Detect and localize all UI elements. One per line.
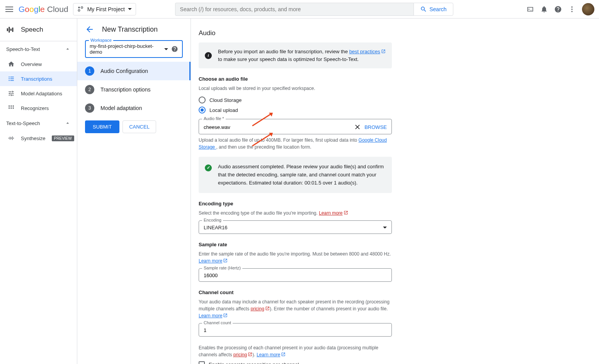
learn-more-link[interactable]: Learn more <box>199 258 228 264</box>
step-label: Transcription options <box>100 86 150 93</box>
home-icon <box>8 61 15 68</box>
product-title: Speech <box>21 26 43 34</box>
step-model-adaptation[interactable]: 3 Model adaptation <box>77 99 191 117</box>
audio-heading: Audio <box>199 29 392 37</box>
stepper-column: New Transcription Workspace my-first-pro… <box>77 19 191 364</box>
encoding-select[interactable]: Encoding LINEAR16 <box>199 220 392 234</box>
sample-rate-input[interactable] <box>204 273 387 278</box>
svg-rect-9 <box>12 28 14 32</box>
search-button-label: Search <box>429 6 446 12</box>
menu-icon[interactable] <box>5 5 14 14</box>
svg-point-5 <box>571 11 572 12</box>
browse-button[interactable]: BROWSE <box>364 124 387 130</box>
pricing-link[interactable]: pricing <box>233 352 252 357</box>
svg-rect-15 <box>13 108 14 109</box>
main-container: Speech Speech-to-Text Overview Transcrip… <box>0 19 599 364</box>
project-selector[interactable]: My First Project <box>73 3 136 15</box>
submit-button[interactable]: SUBMIT <box>85 120 119 133</box>
help-icon[interactable] <box>171 46 178 52</box>
best-practices-link[interactable]: best practices <box>349 49 386 54</box>
svg-rect-19 <box>12 137 13 140</box>
svg-rect-7 <box>9 27 10 33</box>
google-cloud-logo[interactable]: Google Cloud <box>19 5 68 14</box>
speech-icon <box>6 25 15 34</box>
cancel-button[interactable]: CANCEL <box>123 120 156 133</box>
sample-heading: Sample rate <box>199 242 392 247</box>
assessment-banner: Audio assessment completed. Please revie… <box>199 157 392 193</box>
checkbox-icon <box>199 361 205 364</box>
radio-label: Local upload <box>209 107 238 113</box>
section-label: Speech-to-Text <box>6 46 40 52</box>
header-icons <box>526 3 594 15</box>
encoding-block: Encoding type Select the encoding type o… <box>199 201 392 234</box>
nav-label: Overview <box>21 61 42 67</box>
encoding-value: LINEAR16 <box>204 225 380 230</box>
svg-point-0 <box>78 7 80 8</box>
search-input[interactable] <box>175 3 414 16</box>
more-icon[interactable] <box>568 5 576 13</box>
help-icon[interactable] <box>554 5 562 13</box>
encoding-helper: Select the encoding type of the audio fi… <box>199 210 392 217</box>
separate-recognition-checkbox[interactable]: Enable separate recognition per channel. <box>199 361 392 364</box>
svg-rect-8 <box>10 29 12 31</box>
workspace-value: my-first-project-chirp-bucket-demo <box>90 43 161 55</box>
page-title-row: New Transcription <box>77 19 191 40</box>
separate-helper: Enables the processing of each channel p… <box>199 344 392 358</box>
nav-synthesize[interactable]: Synthesize PREVIEW <box>0 131 77 146</box>
pricing-link[interactable]: pricing <box>251 306 270 312</box>
radio-icon <box>199 97 206 103</box>
step-audio-configuration[interactable]: 1 Audio Configuration <box>77 62 191 80</box>
chevron-up-icon <box>65 120 71 126</box>
svg-point-2 <box>78 9 80 11</box>
radio-local-upload[interactable]: Local upload <box>199 105 392 115</box>
svg-rect-10 <box>9 105 10 107</box>
learn-more-link[interactable]: Learn more <box>199 313 228 318</box>
upload-helper: Upload a local audio file of up to 400MB… <box>199 137 392 151</box>
channel-count-field: Channel count <box>199 323 392 337</box>
info-text: Before you import an audio file for tran… <box>218 48 386 63</box>
user-avatar[interactable] <box>582 3 594 15</box>
svg-point-1 <box>81 7 83 8</box>
nav-label: Synthesize <box>21 135 46 141</box>
info-banner: i Before you import an audio file for tr… <box>199 42 392 68</box>
notifications-icon[interactable] <box>540 5 548 13</box>
top-header: Google Cloud My First Project Search <box>0 0 599 19</box>
nav-recognizers[interactable]: Recognizers <box>0 101 77 115</box>
nav-transcriptions[interactable]: Transcriptions <box>0 71 77 86</box>
step-label: Audio Configuration <box>100 68 148 74</box>
svg-rect-11 <box>11 105 12 107</box>
preview-badge: PREVIEW <box>52 135 74 141</box>
nav-model-adaptations[interactable]: Model Adaptations <box>0 86 77 101</box>
chevron-up-icon <box>65 46 71 52</box>
channel-count-input[interactable] <box>204 327 387 333</box>
choose-helper: Local uploads will be stored in your spe… <box>199 85 392 92</box>
left-sidebar: Speech Speech-to-Text Overview Transcrip… <box>0 19 77 364</box>
external-link-icon <box>344 210 348 215</box>
radio-icon <box>199 107 206 113</box>
search-button[interactable]: Search <box>414 3 453 16</box>
cloud-shell-icon[interactable] <box>526 5 534 13</box>
choose-heading: Choose an audio file <box>199 76 392 82</box>
cloud-text: Cloud <box>47 5 68 14</box>
external-link-icon <box>248 352 252 357</box>
field-label: Channel count <box>202 320 233 325</box>
learn-more-link[interactable]: Learn more <box>319 210 348 216</box>
svg-rect-20 <box>13 138 14 139</box>
external-link-icon <box>265 306 270 311</box>
svg-point-4 <box>571 8 572 10</box>
step-transcription-options[interactable]: 2 Transcription options <box>77 80 191 99</box>
project-icon <box>77 6 84 13</box>
audio-file-input[interactable] <box>204 124 351 130</box>
radio-cloud-storage[interactable]: Cloud Storage <box>199 95 392 105</box>
workspace-selector[interactable]: Workspace my-first-project-chirp-bucket-… <box>85 40 183 58</box>
section-text-to-speech[interactable]: Text-to-Speech <box>0 115 77 131</box>
search-container: Search <box>175 3 453 16</box>
project-name: My First Project <box>87 6 125 12</box>
learn-more-link[interactable]: Learn more <box>257 352 286 357</box>
clear-icon[interactable] <box>354 123 361 131</box>
channel-count-block: Channel count Your audio data may includ… <box>199 290 392 337</box>
sample-rate-block: Sample rate Enter the sample rate of the… <box>199 242 392 282</box>
nav-overview[interactable]: Overview <box>0 57 77 71</box>
section-speech-to-text[interactable]: Speech-to-Text <box>0 41 77 57</box>
back-arrow-icon[interactable] <box>85 25 94 34</box>
